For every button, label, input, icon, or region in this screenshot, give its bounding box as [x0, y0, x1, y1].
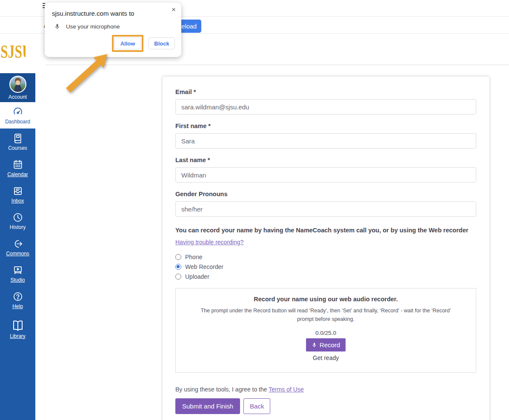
sidebar-item-commons[interactable]: Commons — [0, 234, 35, 260]
sidebar-item-inbox[interactable]: Inbox — [0, 181, 35, 208]
last-name-field[interactable] — [175, 167, 476, 183]
sidebar-item-help[interactable]: Help — [0, 287, 35, 313]
sidebar-item-calendar[interactable]: Calendar — [0, 155, 35, 181]
radio-circle — [175, 274, 181, 280]
recorder-status: Get ready — [180, 354, 472, 361]
inbox-tray-icon — [12, 186, 23, 197]
microphone-icon — [54, 23, 60, 31]
sidebar-item-library[interactable]: Library — [0, 313, 35, 345]
sidebar-item-history[interactable]: History — [0, 208, 35, 234]
sidebar-item-label: Library — [10, 333, 26, 339]
radio-uploader[interactable]: Uploader — [175, 271, 476, 281]
close-icon[interactable]: × — [172, 6, 176, 13]
gender-pronouns-label: Gender Pronouns — [175, 191, 476, 197]
recording-method-radios: Phone Web Recorder Uploader — [175, 252, 476, 281]
block-button[interactable]: Block — [149, 37, 175, 49]
clock-icon — [12, 212, 23, 223]
last-name-label: Last name * — [175, 157, 476, 163]
open-book-icon — [11, 319, 24, 332]
allow-button[interactable]: Allow — [114, 37, 141, 49]
web-recorder-panel: Record your name using our web audio rec… — [175, 288, 476, 373]
radio-web-recorder[interactable]: Web Recorder — [175, 262, 476, 271]
terms-of-use-link[interactable]: Terms of Use — [269, 386, 303, 393]
permission-request-row: Use your microphone — [54, 23, 120, 31]
recorder-description: The prompt under the Record button will … — [198, 306, 454, 323]
calendar-icon — [12, 159, 23, 170]
sidebar-item-label: Calendar — [7, 171, 28, 177]
email-field[interactable] — [175, 99, 476, 114]
recorder-timer: 0.0/25.0 — [180, 330, 472, 336]
email-label: Email * — [175, 89, 476, 95]
dashboard-gauge-icon — [12, 106, 23, 117]
sidebar-item-label: Inbox — [11, 198, 24, 204]
sidebar-item-courses[interactable]: Courses — [0, 129, 35, 155]
radio-phone[interactable]: Phone — [175, 252, 476, 262]
first-name-field[interactable] — [175, 133, 476, 149]
mic-permission-popup: sjsu.instructure.com wants to × Use your… — [45, 3, 181, 57]
sidebar-item-label: Dashboard — [5, 119, 30, 125]
global-nav-sidebar: Account Dashboard Courses Calendar Inbox — [0, 73, 35, 420]
trouble-recording-link[interactable]: Having trouble recording? — [175, 239, 243, 246]
back-button[interactable]: Back — [243, 398, 270, 414]
radio-circle — [175, 254, 181, 260]
sidebar-item-studio[interactable]: Studio — [0, 260, 35, 287]
sjsu-logo[interactable]: SJSU — [0, 41, 26, 63]
popup-actions: Allow Block — [112, 35, 175, 52]
namecoach-form-card: Email * First name * Last name * Gender … — [163, 77, 489, 420]
radio-circle-selected — [175, 264, 181, 270]
microphone-icon — [312, 342, 317, 349]
sidebar-item-label: Courses — [8, 145, 27, 151]
allow-highlight-box: Allow — [112, 35, 143, 52]
sidebar-item-account[interactable]: Account — [0, 73, 35, 102]
form-actions: Submit and Finish Back — [175, 398, 476, 414]
share-arrow-icon — [12, 238, 23, 249]
terms-agreement-text: By using these tools, I agree to the Ter… — [175, 386, 476, 393]
sidebar-item-label: Studio — [10, 277, 25, 283]
sidebar-item-dashboard[interactable]: Dashboard — [0, 102, 35, 129]
recording-intro-text: You can record your name by having the N… — [175, 227, 476, 234]
sidebar-item-label: Commons — [6, 251, 29, 257]
permission-text: Use your microphone — [66, 23, 120, 30]
sidebar-item-label: Account — [9, 94, 27, 100]
first-name-label: First name * — [175, 123, 476, 129]
book-icon — [12, 133, 23, 144]
sidebar-item-label: Help — [12, 303, 23, 309]
recorder-title: Record your name using our web audio rec… — [180, 296, 472, 303]
sidebar-item-label: History — [10, 224, 26, 230]
record-button[interactable]: Record — [306, 338, 346, 351]
gender-pronouns-field[interactable] — [175, 201, 476, 217]
video-monitor-icon — [12, 265, 23, 276]
permission-origin-text: sjsu.instructure.com wants to — [52, 10, 134, 17]
submit-and-finish-button[interactable]: Submit and Finish — [175, 398, 240, 414]
user-avatar — [9, 76, 26, 93]
content-divider — [46, 65, 509, 65]
question-circle-icon — [12, 291, 23, 302]
